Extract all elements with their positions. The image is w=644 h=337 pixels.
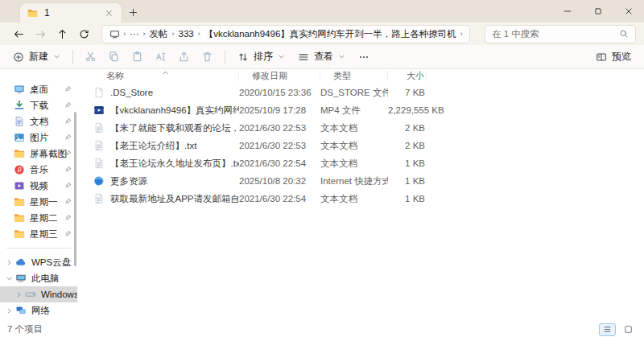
file-type: 文本文档: [320, 122, 388, 134]
file-name-cell: 获取最新地址及APP请发邮箱自动获取.txt: [93, 193, 239, 205]
new-tab-button[interactable]: [122, 2, 143, 23]
rename-button[interactable]: [149, 47, 172, 67]
sidebar-tree-list: WPS云盘此电脑Windows-SSD网络: [0, 254, 77, 319]
file-name-cell: 【老王论坛永久地址发布页】.txt: [93, 158, 239, 170]
chevron-right-icon: [6, 259, 13, 266]
copy-button[interactable]: [102, 47, 126, 67]
file-name-cell: 【vkcklananh9496】真实约网约车，开到一半...: [93, 105, 239, 117]
sidebar-item-文档[interactable]: 文档: [0, 113, 77, 129]
breadcrumb-item[interactable]: 333: [175, 28, 197, 39]
file-row[interactable]: 【vkcklananh9496】真实约网约车，开到一半...2025/10/9 …: [77, 101, 644, 119]
sidebar-tree-item-此电脑[interactable]: 此电脑: [0, 270, 77, 286]
items-count: 7 个项目: [7, 323, 43, 335]
file-type: MP4 文件: [320, 105, 388, 117]
view-button[interactable]: 查看: [291, 47, 352, 67]
file-size: 1 KB: [388, 176, 427, 186]
chevron-down-icon: [338, 53, 345, 60]
file-row[interactable]: .DS_Store2020/10/15 23:36DS_STORE 文件7 KB: [77, 84, 644, 101]
thumbnail-view-icon: [624, 325, 633, 334]
folder-icon: [14, 148, 25, 159]
pictures-icon: [14, 132, 25, 143]
share-button[interactable]: [172, 47, 196, 67]
chevron-up-icon: [162, 70, 169, 76]
sidebar-tree-item-label: 网络: [31, 305, 50, 317]
chevron-down-icon[interactable]: [4, 273, 14, 283]
column-header-2[interactable]: 修改日期: [239, 71, 320, 81]
sidebar-item-下载[interactable]: 下载: [0, 97, 77, 113]
pin-icon: [64, 117, 72, 125]
toolbar-action-icons: [79, 47, 219, 67]
sidebar-tree-item-WPS云盘[interactable]: WPS云盘: [0, 254, 77, 270]
more-options-button[interactable]: [352, 47, 376, 67]
sidebar-tree-item-label: WPS云盘: [31, 257, 71, 269]
file-icon: [93, 87, 105, 98]
details-view-icon: [603, 325, 612, 334]
cut-button[interactable]: [79, 47, 102, 67]
back-button[interactable]: [8, 24, 30, 43]
up-button[interactable]: [52, 24, 73, 43]
paste-button[interactable]: [126, 47, 149, 67]
sidebar-item-桌面[interactable]: 桌面: [0, 81, 77, 97]
close-icon: [625, 7, 633, 15]
maximize-button[interactable]: [583, 0, 613, 23]
file-size: 1 KB: [388, 158, 427, 168]
this-pc-icon: [15, 273, 27, 284]
sidebar-item-label: 星期二: [30, 212, 58, 224]
breadcrumb-separator: ›: [142, 30, 147, 38]
pin-icon: [64, 182, 72, 189]
address-bar[interactable]: ›···›发帖›333›【vkcklananh9496】真实约网约车开到一半，路…: [101, 25, 470, 43]
sidebar-item-label: 视频: [30, 180, 48, 192]
file-rows: .DS_Store2020/10/15 23:36DS_STORE 文件7 KB…: [77, 84, 644, 208]
column-header-4[interactable]: 大小: [388, 71, 427, 81]
search-box[interactable]: 在 1 中搜索: [485, 25, 636, 43]
sidebar-tree-item-网络[interactable]: 网络: [0, 302, 77, 319]
thumbnail-view-button[interactable]: [620, 323, 637, 336]
delete-button[interactable]: [196, 47, 219, 67]
command-toolbar: 新建 排序 查看 预览: [0, 45, 644, 69]
refresh-button[interactable]: [73, 24, 95, 43]
navigation-bar: ›···›发帖›333›【vkcklananh9496】真实约网约车开到一半，路…: [0, 23, 644, 45]
sidebar-item-音乐[interactable]: 音乐: [0, 162, 77, 178]
chevron-right-icon[interactable]: [4, 306, 14, 315]
column-header-3[interactable]: 类型: [320, 71, 388, 81]
tab-close-button[interactable]: [102, 6, 115, 19]
sidebar-item-视频[interactable]: 视频: [0, 178, 77, 194]
minimize-button[interactable]: [552, 0, 583, 23]
tab-folder-1[interactable]: 1: [19, 2, 122, 23]
sidebar-pinned-list: 桌面下载文档图片屏幕截图音乐视频星期一星期二星期三: [0, 81, 77, 242]
file-row[interactable]: 更多资源2025/10/8 20:32Internet 快捷方式1 KB: [77, 172, 644, 190]
sidebar-scrollbar[interactable]: [74, 112, 76, 266]
sidebar-item-星期一[interactable]: 星期一: [0, 194, 77, 210]
details-view-button[interactable]: [599, 323, 616, 336]
file-type: 文本文档: [320, 140, 388, 152]
sort-button[interactable]: 排序: [231, 47, 291, 67]
share-icon: [178, 51, 190, 63]
chevron-down-icon: [53, 53, 60, 60]
breadcrumb-item[interactable]: ···: [126, 28, 142, 39]
breadcrumb-item[interactable]: 【vkcklananh9496】真实约网约车开到一半，路上各种撩司机: [201, 27, 460, 41]
sidebar-item-星期二[interactable]: 星期二: [0, 210, 77, 226]
forward-button[interactable]: [30, 24, 52, 43]
file-date: 2025/10/9 17:28: [239, 105, 320, 115]
search-placeholder: 在 1 中搜索: [492, 28, 619, 40]
file-row[interactable]: 【来了就能下载和观看的论坛，纯免费！】.txt2021/6/30 22:53文本…: [77, 119, 644, 137]
sidebar-item-星期三[interactable]: 星期三: [0, 226, 77, 242]
sidebar-tree-item-Windows-SSD[interactable]: Windows-SSD: [0, 286, 77, 302]
file-row[interactable]: 【老王论坛介绍】.txt2021/6/30 22:53文本文档2 KB: [77, 137, 644, 154]
close-button[interactable]: [613, 0, 644, 23]
pin-icon: [64, 85, 72, 92]
file-row[interactable]: 【老王论坛永久地址发布页】.txt2021/6/30 22:54文本文档1 KB: [77, 154, 644, 172]
internet-shortcut-icon: [93, 175, 105, 187]
sidebar-item-label: 星期三: [30, 228, 58, 240]
chevron-right-icon[interactable]: [14, 290, 23, 299]
sidebar-item-屏幕截图[interactable]: 屏幕截图: [0, 146, 77, 162]
breadcrumb-item[interactable]: 1: [464, 28, 464, 39]
preview-button[interactable]: 预览: [589, 47, 638, 67]
breadcrumb-item[interactable]: 发帖: [147, 27, 171, 41]
maximize-icon: [594, 7, 602, 15]
sidebar-item-图片[interactable]: 图片: [0, 129, 77, 146]
chevron-right-icon[interactable]: [4, 257, 14, 267]
file-row[interactable]: 获取最新地址及APP请发邮箱自动获取.txt2021/6/30 22:54文本文…: [77, 190, 644, 208]
sidebar-item-label: 星期一: [30, 196, 58, 208]
new-button[interactable]: 新建: [6, 47, 67, 67]
